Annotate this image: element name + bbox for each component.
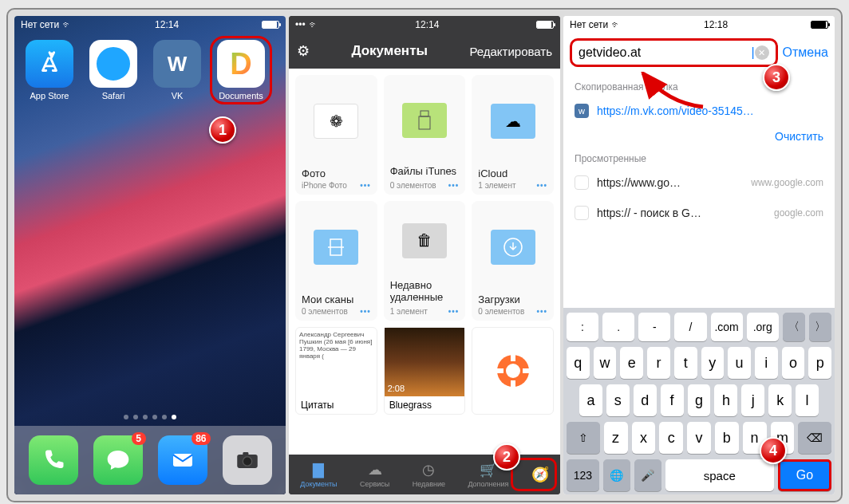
app-documents[interactable]: D Documents (214, 40, 268, 100)
more-icon[interactable]: ••• (448, 307, 460, 316)
cloud-icon: ☁ (368, 461, 382, 478)
key-g[interactable]: g (688, 384, 711, 416)
clock-icon: ◷ (422, 461, 435, 478)
key-o[interactable]: o (782, 347, 805, 379)
more-icon[interactable]: ••• (536, 307, 547, 316)
app-vk[interactable]: W VK (150, 40, 204, 100)
more-icon[interactable]: ••• (448, 181, 460, 190)
key-dash[interactable]: - (638, 313, 670, 341)
file-quotes[interactable]: Александр Сергеевич Пушкин (26 мая [6 ию… (295, 327, 377, 415)
more-icon[interactable]: ••• (360, 307, 371, 316)
key-com[interactable]: .com (711, 313, 743, 341)
key-x[interactable]: x (632, 422, 656, 454)
status-bar: Нет сетиᯤ 12:18 (563, 16, 835, 33)
folder-scans[interactable]: Мои сканы0 элементов••• (295, 201, 377, 321)
app-safari[interactable]: Safari (86, 40, 140, 100)
step-badge-4: 4 (760, 437, 787, 464)
key-next[interactable]: 〉 (809, 313, 831, 341)
key-123[interactable]: 123 (567, 459, 599, 491)
more-icon[interactable]: ••• (536, 181, 547, 190)
key-globe[interactable]: 🌐 (603, 459, 630, 491)
key-org[interactable]: .org (747, 313, 779, 341)
app-appstore[interactable]: App Store (22, 40, 77, 100)
cancel-button[interactable]: Отмена (783, 45, 828, 60)
key-h[interactable]: h (714, 384, 737, 416)
svg-rect-14 (511, 380, 515, 388)
key-s[interactable]: s (606, 384, 630, 416)
key-a[interactable]: a (579, 384, 602, 416)
tab-services[interactable]: ☁Сервисы (360, 461, 389, 488)
folder-downloads[interactable]: Загрузки0 элементов••• (472, 201, 554, 321)
usb-folder-icon (402, 103, 447, 138)
edit-button[interactable]: Редактировать (469, 45, 552, 58)
folder-grid: ❁ФотоiPhone Фото••• Файлы iTunes0 элемен… (289, 69, 560, 455)
wifi-icon: ᯤ (611, 19, 621, 30)
history-row[interactable]: Ghttps:// - поиск в G…google.com (563, 198, 835, 228)
step-badge-1: 1 (209, 116, 236, 144)
phone-browser-search: Нет сетиᯤ 12:18 | ✕ Отмена Скопированная… (563, 16, 835, 494)
key-u[interactable]: u (728, 347, 751, 379)
trash-icon: 🗑 (402, 223, 447, 258)
key-k[interactable]: k (768, 384, 792, 416)
key-p[interactable]: p (808, 347, 831, 379)
key-w[interactable]: w (594, 347, 617, 379)
folder-trash[interactable]: 🗑Недавно удаленные1 элемент••• (384, 201, 466, 321)
messages-badge: 5 (132, 432, 146, 445)
folder-photos[interactable]: ❁ФотоiPhone Фото••• (295, 75, 377, 195)
viewed-label: Просмотренные (563, 147, 835, 167)
key-slash[interactable]: / (674, 313, 706, 341)
more-icon[interactable]: ••• (360, 181, 371, 190)
address-input[interactable] (579, 45, 752, 60)
key-colon[interactable]: : (567, 313, 598, 341)
key-shift[interactable]: ⇧ (567, 422, 600, 454)
google-favicon: G (575, 206, 589, 220)
key-e[interactable]: e (620, 347, 643, 379)
camera-app[interactable] (223, 435, 272, 485)
tab-documents[interactable]: ▇Документы (300, 461, 337, 488)
arrow-annotation (635, 72, 707, 112)
svg-rect-15 (496, 368, 503, 373)
key-go[interactable]: Go (778, 459, 831, 491)
key-space[interactable]: space (665, 459, 774, 491)
tab-recent[interactable]: ◷Недавние (413, 461, 445, 488)
phone-app[interactable] (29, 435, 78, 485)
step-badge-3: 3 (763, 64, 790, 91)
status-bar: •••ᯤ 12:14 (289, 16, 560, 33)
wifi-icon: ᯤ (62, 19, 72, 30)
history-row[interactable]: Ghttps://www.go…www.google.com (563, 167, 835, 198)
key-t[interactable]: t (674, 347, 697, 379)
key-b[interactable]: b (715, 422, 739, 454)
key-backspace[interactable]: ⌫ (798, 422, 831, 454)
key-dot[interactable]: . (602, 313, 634, 341)
key-f[interactable]: f (661, 384, 684, 416)
key-i[interactable]: i (755, 347, 778, 379)
key-j[interactable]: j (741, 384, 764, 416)
svg-rect-2 (173, 454, 192, 467)
key-y[interactable]: y (701, 347, 725, 379)
svg-rect-5 (243, 452, 248, 455)
key-d[interactable]: d (634, 384, 657, 416)
download-icon (491, 230, 535, 265)
svg-point-12 (506, 364, 520, 378)
file-help[interactable] (472, 327, 554, 415)
folder-itunes[interactable]: Файлы iTunes0 элементов••• (384, 75, 466, 195)
key-mic[interactable]: 🎤 (634, 459, 661, 491)
search-bar: | ✕ Отмена (563, 33, 835, 72)
gear-icon[interactable]: ⚙ (297, 42, 310, 60)
key-r[interactable]: r (647, 347, 670, 379)
file-bluegrass[interactable]: 2:08Bluegrass (384, 327, 466, 415)
key-l[interactable]: l (796, 384, 819, 416)
svg-rect-13 (511, 353, 515, 361)
clear-icon[interactable]: ✕ (755, 45, 769, 60)
clear-history-button[interactable]: Очистить (775, 130, 823, 143)
folder-icloud[interactable]: ☁iCloud1 элемент••• (472, 75, 554, 195)
key-z[interactable]: z (604, 422, 628, 454)
carrier-label: Нет сети (21, 19, 59, 30)
photos-icon: ❁ (314, 104, 358, 139)
vk-favicon: w (575, 104, 589, 118)
key-c[interactable]: c (659, 422, 683, 454)
key-q[interactable]: q (567, 347, 590, 379)
nav-title: Документы (351, 43, 428, 59)
key-v[interactable]: v (687, 422, 711, 454)
key-prev[interactable]: 〈 (783, 313, 805, 341)
